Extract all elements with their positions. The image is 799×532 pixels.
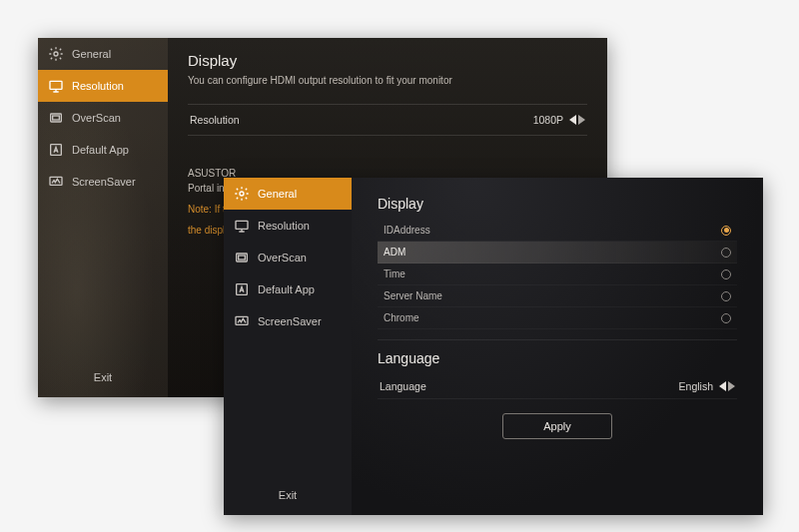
section-description: You can configure HDMI output resolution… xyxy=(188,75,587,86)
sidebar-item-resolution[interactable]: Resolution xyxy=(224,210,352,242)
display-option-time[interactable]: Time xyxy=(378,264,737,285)
option-label: Chrome xyxy=(384,312,419,323)
sidebar-item-general[interactable]: General xyxy=(38,38,168,70)
sidebar: General Resolution OverScan Default App xyxy=(224,178,352,515)
exit-label: Exit xyxy=(279,489,297,501)
sidebar-item-label: Default App xyxy=(72,144,129,156)
exit-label: Exit xyxy=(94,371,112,383)
arrow-stepper xyxy=(719,381,735,391)
chevron-right-icon[interactable] xyxy=(728,381,735,391)
content-pane: Display IDAddress ADM Time Server Name C… xyxy=(352,178,763,515)
sidebar-item-label: Resolution xyxy=(72,80,124,92)
setting-label: Resolution xyxy=(190,114,240,126)
sidebar-item-label: ScreenSaver xyxy=(258,315,322,327)
setting-value-group: 1080P xyxy=(533,114,585,126)
chevron-left-icon[interactable] xyxy=(569,115,576,125)
radio-icon xyxy=(721,313,731,323)
exit-button[interactable]: Exit xyxy=(224,479,352,515)
option-label: IDAddress xyxy=(384,225,430,236)
sidebar-item-overscan[interactable]: OverScan xyxy=(224,242,352,273)
svg-point-6 xyxy=(240,192,244,196)
sidebar-item-label: General xyxy=(72,48,111,60)
radio-icon xyxy=(721,248,731,258)
radio-icon xyxy=(721,291,731,301)
letter-a-icon xyxy=(48,142,64,158)
svg-rect-9 xyxy=(239,256,246,260)
option-label: ADM xyxy=(384,247,405,258)
svg-point-0 xyxy=(54,52,58,56)
display-option-idaddress[interactable]: IDAddress xyxy=(378,220,737,242)
sidebar-item-overscan[interactable]: OverScan xyxy=(38,102,168,134)
radio-icon xyxy=(721,269,731,279)
sidebar-item-label: ScreenSaver xyxy=(72,176,136,188)
svg-rect-1 xyxy=(50,81,62,89)
sidebar-item-general[interactable]: General xyxy=(224,178,352,210)
sidebar-item-screensaver[interactable]: ScreenSaver xyxy=(38,166,168,198)
radio-icon xyxy=(721,226,731,236)
screensaver-icon xyxy=(234,313,250,329)
overscan-icon xyxy=(48,110,64,126)
sidebar-item-label: Resolution xyxy=(258,220,310,232)
exit-button[interactable]: Exit xyxy=(38,361,168,397)
sidebar-item-resolution[interactable]: Resolution xyxy=(38,70,168,102)
apply-label: Apply xyxy=(543,420,571,432)
display-option-server-name[interactable]: Server Name xyxy=(378,285,737,307)
divider xyxy=(378,339,737,340)
setting-label: Language xyxy=(380,380,426,392)
chevron-left-icon[interactable] xyxy=(719,381,726,391)
svg-rect-3 xyxy=(53,116,60,120)
setting-row-resolution[interactable]: Resolution 1080P xyxy=(188,104,587,136)
display-option-adm[interactable]: ADM xyxy=(378,242,737,264)
gear-icon xyxy=(48,46,64,62)
gear-icon xyxy=(234,186,250,202)
section-title-language: Language xyxy=(378,350,737,366)
monitor-icon xyxy=(234,218,250,234)
letter-a-icon xyxy=(234,281,250,297)
sidebar-item-default-app[interactable]: Default App xyxy=(224,273,352,305)
setting-value: English xyxy=(679,380,713,392)
sidebar: General Resolution OverScan Default App xyxy=(38,38,168,397)
setting-value-group: English xyxy=(679,380,735,392)
option-label: Time xyxy=(384,268,405,279)
screensaver-icon xyxy=(48,174,64,190)
sidebar-item-default-app[interactable]: Default App xyxy=(38,134,168,166)
overscan-icon xyxy=(234,250,250,266)
svg-rect-7 xyxy=(236,221,248,229)
option-label: Server Name xyxy=(384,290,442,301)
settings-window-general: General Resolution OverScan Default App xyxy=(224,178,763,515)
section-title: Display xyxy=(188,52,587,69)
section-title-display: Display xyxy=(378,196,737,212)
arrow-stepper xyxy=(569,115,585,125)
sidebar-item-label: OverScan xyxy=(72,112,121,124)
sidebar-item-label: General xyxy=(258,188,297,200)
sidebar-item-label: Default App xyxy=(258,283,315,295)
display-option-chrome[interactable]: Chrome xyxy=(378,307,737,329)
chevron-right-icon[interactable] xyxy=(578,115,585,125)
setting-value: 1080P xyxy=(533,114,563,126)
monitor-icon xyxy=(48,78,64,94)
setting-row-language[interactable]: Language English xyxy=(378,374,737,399)
apply-button[interactable]: Apply xyxy=(502,413,612,439)
sidebar-item-label: OverScan xyxy=(258,252,307,264)
sidebar-item-screensaver[interactable]: ScreenSaver xyxy=(224,305,352,337)
